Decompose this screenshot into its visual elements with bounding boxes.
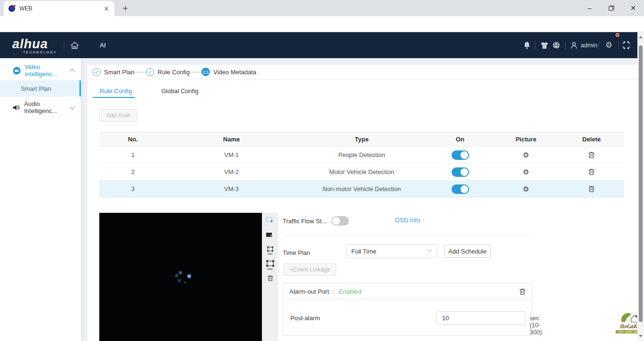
traffic-flow-label: Traffic Flow St... xyxy=(283,218,327,225)
video-preview[interactable] xyxy=(99,213,262,341)
video-intelligence-icon xyxy=(13,67,21,75)
wardrobe-button[interactable] xyxy=(540,32,548,58)
scroll-down-arrow[interactable] xyxy=(639,335,643,337)
active-tab-indicator xyxy=(93,97,135,98)
username: admin xyxy=(581,42,597,49)
menu-item-ai[interactable]: AI xyxy=(100,32,106,58)
profile-alert-dot xyxy=(616,33,619,37)
tab-close-icon[interactable]: ✕ xyxy=(102,4,111,13)
table-row-selected[interactable]: 3 VM-3 Non-motor Vehicle Detection ⚙ xyxy=(99,181,624,198)
gear-icon: ⚙ xyxy=(605,41,612,49)
tab-global-config[interactable]: Global Config xyxy=(161,85,199,97)
picture-config-icon[interactable]: ⚙ xyxy=(493,151,559,159)
restore-icon xyxy=(609,5,614,11)
browser-titlebar: WEB ✕ + – ✕ xyxy=(0,0,644,16)
select-chevron-icon xyxy=(427,247,432,252)
globe-icon xyxy=(552,41,560,49)
alarm-out-port-label: Alarm-out Port xyxy=(289,288,329,295)
step-done-icon: ✓ xyxy=(146,68,154,76)
step-current-badge: 2.1 xyxy=(201,68,210,76)
picture-config-icon[interactable]: ⚙ xyxy=(493,168,559,176)
step-label-video-metadata: Video Metadata xyxy=(213,69,256,76)
header-no: No. xyxy=(99,136,166,143)
wizard-stepper: ✓ Smart Plan ✓ Rule Config 2.1 Video Met… xyxy=(93,65,256,79)
content-panel: ✓ Smart Plan ✓ Rule Config 2.1 Video Met… xyxy=(87,65,637,341)
fullscreen-icon xyxy=(622,41,630,49)
sidebar-group-label: Audio Intelligenc... xyxy=(24,100,70,114)
sidebar: Video Intelligenc... Smart Plan Audio In… xyxy=(0,58,81,341)
delete-shape-tool[interactable] xyxy=(262,275,278,281)
settings-button[interactable]: ⚙ xyxy=(605,32,612,58)
post-alarm-input[interactable] xyxy=(436,311,525,325)
sidebar-group-video-intelligence[interactable]: Video Intelligenc... xyxy=(0,64,81,77)
notification-button[interactable] xyxy=(523,32,531,58)
rule-on-toggle[interactable] xyxy=(452,167,469,177)
window-restore-button[interactable] xyxy=(600,0,622,16)
sidebar-item-label: Smart Plan xyxy=(21,85,51,92)
picture-config-icon[interactable]: ⚙ xyxy=(493,185,559,193)
shirt-icon xyxy=(540,42,548,49)
app-header: alhua TECHNOLOGY AI admin ⚙ xyxy=(0,32,637,58)
step-label-smart-plan: Smart Plan xyxy=(104,69,134,76)
delete-icon[interactable] xyxy=(588,151,595,158)
table-row[interactable]: 2 VM-2 Motor Vehicle Detection ⚙ xyxy=(99,164,624,181)
delete-icon[interactable] xyxy=(588,185,595,192)
chevron-up-icon xyxy=(70,69,75,74)
dahua-logo: alhua TECHNOLOGY xyxy=(12,37,57,54)
sidebar-group-audio-intelligence[interactable]: Audio Intelligenc... xyxy=(0,100,81,114)
page-scrollbar[interactable] xyxy=(637,32,644,341)
browser-tab[interactable]: WEB ✕ xyxy=(4,1,114,16)
hogaki-logo-icon xyxy=(619,312,640,324)
alarm-out-card: Alarm-out Port Enabled Post-alarm sec (1… xyxy=(283,283,532,336)
user-menu[interactable]: admin xyxy=(570,32,597,58)
language-button[interactable] xyxy=(552,32,560,58)
delete-icon[interactable] xyxy=(588,168,595,175)
table-row[interactable]: 1 VM-1 People Detection ⚙ xyxy=(99,147,624,164)
tab-rule-config[interactable]: Rule Config xyxy=(100,85,132,97)
rule-on-toggle[interactable] xyxy=(452,184,469,194)
draw-rule-tool[interactable] xyxy=(262,217,278,224)
audio-intelligence-icon xyxy=(12,104,20,111)
fullscreen-button[interactable] xyxy=(622,32,630,58)
header-delete: Delete xyxy=(559,136,624,143)
max-size-tool[interactable]: max xyxy=(262,260,278,271)
home-icon xyxy=(70,41,79,50)
alarm-out-card-header: Alarm-out Port Enabled xyxy=(283,283,532,300)
bell-icon xyxy=(523,41,531,49)
draw-exclusion-tool[interactable] xyxy=(262,232,278,239)
browser-toolbar: ← ⟳ 不安全 192.168.1.108/#/index/AIConfig/ … xyxy=(0,16,644,32)
delete-linkage-icon[interactable] xyxy=(519,288,526,295)
post-alarm-unit: sec (10-300) xyxy=(530,315,542,336)
header-picture: Picture xyxy=(493,136,559,143)
post-alarm-label: Post-alarm xyxy=(290,315,320,322)
min-size-tool[interactable]: min xyxy=(262,246,278,255)
user-icon xyxy=(570,42,578,49)
osd-info-link[interactable]: OSD Info xyxy=(395,217,420,224)
traffic-flow-row: Traffic Flow St... xyxy=(283,216,349,226)
chevron-down-icon xyxy=(70,104,75,109)
add-rule-button[interactable]: Add Rule xyxy=(99,109,137,122)
rule-on-toggle[interactable] xyxy=(452,150,469,160)
traffic-flow-toggle[interactable] xyxy=(331,216,349,226)
scrollbar-thumb[interactable] xyxy=(639,45,643,322)
time-plan-label: Time Plan xyxy=(283,249,310,256)
time-plan-value: Full Time xyxy=(351,248,376,255)
window-minimize-button[interactable]: – xyxy=(579,0,600,16)
tab-favicon-icon xyxy=(9,5,15,12)
alarm-status-badge: Enabled xyxy=(339,288,362,295)
header-name: Name xyxy=(166,136,296,143)
tab-title: WEB xyxy=(19,5,102,12)
draw-toolbar: min max xyxy=(262,213,278,341)
scroll-up-arrow[interactable] xyxy=(639,36,643,38)
header-type: Type xyxy=(296,136,427,143)
add-schedule-button[interactable]: Add Schedule xyxy=(444,245,491,258)
time-plan-select[interactable]: Full Time xyxy=(346,244,437,258)
rules-table: No. Name Type On Picture Delete 1 VM-1 P… xyxy=(99,132,624,198)
window-close-button[interactable]: ✕ xyxy=(622,0,644,16)
loading-spinner xyxy=(187,274,191,278)
sidebar-item-smart-plan[interactable]: Smart Plan xyxy=(0,80,81,96)
event-linkage-button[interactable]: +Event Linkage xyxy=(284,263,336,276)
new-tab-button[interactable]: + xyxy=(119,2,131,15)
home-button[interactable] xyxy=(70,32,79,58)
step-label-rule-config: Rule Config xyxy=(157,69,190,76)
